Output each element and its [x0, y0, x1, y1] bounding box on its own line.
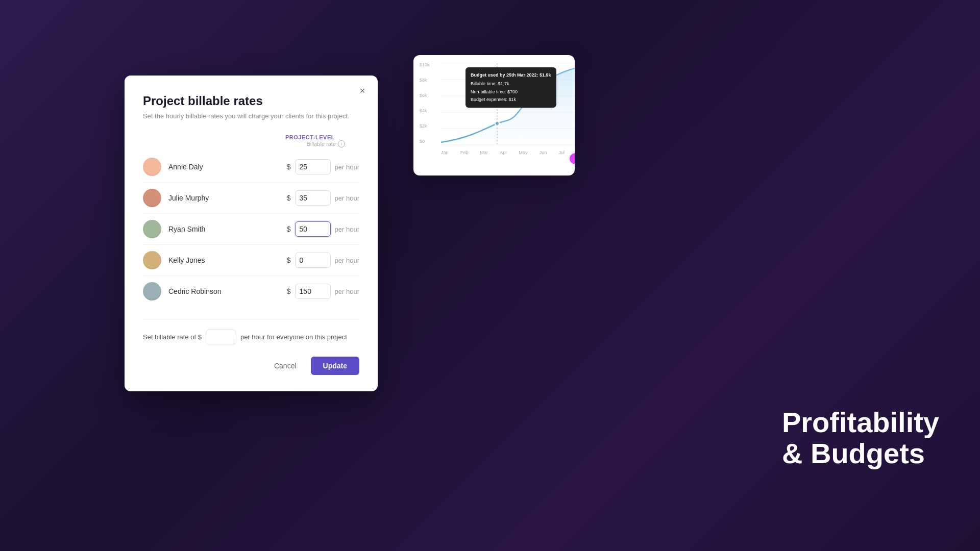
- hero-line1: Profitability: [782, 407, 939, 438]
- x-label-jan: Jan: [441, 150, 449, 155]
- x-label-mar: Mar: [480, 150, 488, 155]
- person-row: Julie Murphy $ per hour: [143, 183, 359, 214]
- budget-chart-panel: $10k $8k $6k $4k $2k $0: [413, 55, 575, 176]
- avatar-cedric: [143, 282, 161, 300]
- per-hour-annie: per hour: [335, 163, 359, 171]
- person-name-cedric: Cedric Robinson: [168, 287, 287, 295]
- rate-group-julie: $ per hour: [287, 190, 359, 206]
- people-list: Annie Daly $ per hour Julie Murphy $ per…: [143, 152, 359, 307]
- hero-line2: & Budgets: [782, 438, 939, 469]
- dialog-subtitle: Set the hourly billable rates you will c…: [143, 112, 359, 120]
- avatar-annie: [143, 158, 161, 176]
- dialog-title: Project billable rates: [143, 94, 359, 108]
- y-label-4k: $4k: [420, 108, 430, 113]
- bulk-suffix: per hour for everyone on this project: [240, 333, 347, 341]
- person-name-julie: Julie Murphy: [168, 194, 287, 202]
- rate-input-kelly[interactable]: [295, 253, 331, 268]
- decorative-dot: [570, 153, 575, 164]
- tooltip-row1: Billable time: $1.7k: [471, 80, 551, 88]
- x-label-feb: Feb: [460, 150, 469, 155]
- rate-table-header: PROJECT-LEVEL Billable rate i: [143, 134, 359, 147]
- person-name-ryan: Ryan Smith: [168, 225, 287, 233]
- x-label-apr: Apr: [500, 150, 507, 155]
- per-hour-kelly: per hour: [335, 257, 359, 264]
- tooltip-row2: Non-billable time: $700: [471, 88, 551, 96]
- rate-group-ryan: $ per hour: [287, 221, 359, 237]
- dollar-kelly: $: [287, 256, 291, 264]
- y-label-2k: $2k: [420, 123, 430, 129]
- close-button[interactable]: ×: [355, 84, 370, 98]
- dollar-cedric: $: [287, 287, 291, 295]
- rate-group-cedric: $ per hour: [287, 284, 359, 299]
- info-icon[interactable]: i: [338, 140, 345, 147]
- dollar-ryan: $: [287, 225, 291, 233]
- rate-input-julie[interactable]: [295, 190, 331, 206]
- bulk-prefix: Set billable rate of $: [143, 333, 202, 341]
- per-hour-ryan: per hour: [335, 226, 359, 233]
- y-label-10k: $10k: [420, 62, 430, 67]
- dialog-actions: Cancel Update: [143, 357, 359, 375]
- per-hour-julie: per hour: [335, 194, 359, 202]
- avatar-ryan: [143, 220, 161, 238]
- avatar-julie: [143, 189, 161, 207]
- rate-input-ryan[interactable]: [295, 221, 331, 237]
- column-header-label: PROJECT-LEVEL: [285, 134, 335, 140]
- billable-rates-dialog: × Project billable rates Set the hourly …: [125, 76, 378, 391]
- rate-group-kelly: $ per hour: [287, 253, 359, 268]
- column-subheader: Billable rate i: [307, 140, 345, 147]
- person-name-annie: Annie Daly: [168, 163, 287, 171]
- tooltip-title: Budget used by 25th Mar 2022: $1.9k: [471, 71, 551, 79]
- rate-input-annie[interactable]: [295, 159, 331, 174]
- update-button[interactable]: Update: [311, 357, 359, 375]
- bulk-rate-input[interactable]: [206, 330, 236, 344]
- chart-tooltip: Budget used by 25th Mar 2022: $1.9k Bill…: [465, 67, 556, 108]
- bulk-set-row: Set billable rate of $ per hour for ever…: [143, 319, 359, 344]
- person-name-kelly: Kelly Jones: [168, 256, 287, 264]
- x-label-may: May: [519, 150, 527, 155]
- rate-input-cedric[interactable]: [295, 284, 331, 299]
- dollar-annie: $: [287, 163, 291, 171]
- hero-text: Profitability & Budgets: [782, 407, 939, 469]
- cancel-button[interactable]: Cancel: [266, 358, 305, 374]
- avatar-kelly: [143, 251, 161, 269]
- x-label-jun: Jun: [540, 150, 547, 155]
- x-label-jul: Jul: [558, 150, 565, 155]
- y-label-8k: $8k: [420, 78, 430, 83]
- tooltip-row3: Budget expenses: $1k: [471, 96, 551, 104]
- rate-group-annie: $ per hour: [287, 159, 359, 174]
- chart-x-labels: Jan Feb Mar Apr May Jun Jul: [441, 150, 565, 155]
- y-label-6k: $6k: [420, 93, 430, 98]
- dollar-julie: $: [287, 194, 291, 202]
- person-row: Ryan Smith $ per hour: [143, 214, 359, 245]
- person-row: Annie Daly $ per hour: [143, 152, 359, 183]
- y-label-0: $0: [420, 139, 430, 144]
- per-hour-cedric: per hour: [335, 288, 359, 295]
- person-row: Cedric Robinson $ per hour: [143, 276, 359, 307]
- person-row: Kelly Jones $ per hour: [143, 245, 359, 276]
